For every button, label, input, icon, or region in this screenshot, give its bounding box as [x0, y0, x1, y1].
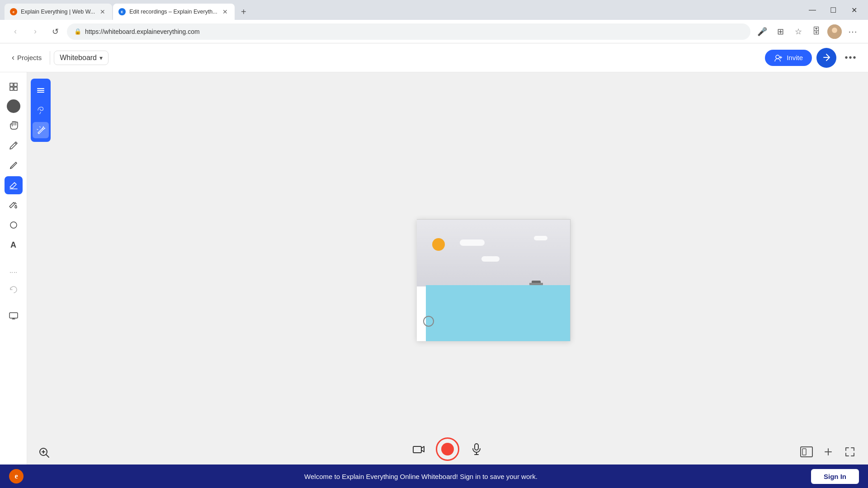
app-area: ‹ Projects Whiteboard ▾ Invite: [0, 43, 868, 488]
cloud-3: [534, 236, 547, 240]
url-text: https://whiteboard.explaineverything.com: [85, 28, 743, 35]
camera-button[interactable]: [409, 439, 429, 459]
forward-button[interactable]: ›: [27, 23, 43, 40]
canvas-area[interactable]: [27, 72, 868, 488]
back-button[interactable]: ‹: [7, 23, 24, 40]
marker-tool-button[interactable]: [5, 156, 23, 174]
back-arrow-icon: ‹: [12, 53, 14, 62]
tab-2[interactable]: E Edit recordings – Explain Everyth... ✕: [113, 4, 235, 20]
shape-tool-button[interactable]: [5, 216, 23, 234]
svg-rect-15: [9, 313, 18, 318]
main-content: A: [0, 72, 868, 488]
more-options-button[interactable]: •••: [841, 48, 861, 68]
pen-tool-icon: [9, 141, 19, 150]
record-button[interactable]: [436, 437, 459, 461]
magic-select-icon: [36, 126, 45, 135]
slide-panel-button[interactable]: [797, 443, 816, 461]
svg-text:E: E: [121, 10, 124, 14]
close-button[interactable]: ✕: [844, 3, 864, 17]
sign-in-button[interactable]: Sign In: [811, 469, 859, 484]
invite-button[interactable]: Invite: [765, 50, 812, 66]
avatar[interactable]: [827, 24, 842, 39]
tab1-label: Explain Everything | Web W...: [21, 9, 95, 15]
bottom-right-tools: [797, 443, 859, 461]
color-picker[interactable]: [7, 99, 20, 113]
svg-rect-21: [413, 446, 421, 453]
browser-chrome: e Explain Everything | Web W... ✕ E Edit…: [0, 0, 868, 43]
fullscreen-button[interactable]: [841, 443, 859, 461]
selection-handle[interactable]: [423, 316, 434, 327]
dropdown-arrow-icon: ▾: [99, 54, 103, 61]
whiteboard-slide: [417, 219, 571, 341]
browser-more-button[interactable]: ⋯: [844, 23, 861, 40]
left-toolbar: A: [0, 72, 27, 488]
frame-tool-button[interactable]: [5, 78, 23, 96]
laser-tool-button[interactable]: [5, 261, 23, 279]
slide-right-border: [570, 219, 571, 341]
microphone-button[interactable]: [467, 439, 486, 459]
frame-tool-icon: [9, 82, 19, 92]
maximize-button[interactable]: ☐: [823, 3, 844, 17]
new-tab-button[interactable]: +: [237, 5, 250, 18]
svg-rect-8: [10, 83, 13, 86]
sun-element: [432, 238, 445, 251]
add-slide-button[interactable]: [819, 443, 837, 461]
fill-tool-button[interactable]: [5, 196, 23, 214]
text-tool-button[interactable]: A: [5, 236, 23, 254]
minimize-button[interactable]: —: [802, 3, 823, 17]
record-inner-circle: [441, 443, 454, 455]
ee-logo: e: [9, 469, 24, 483]
fill-tool-icon: [9, 200, 19, 210]
svg-rect-22: [475, 444, 478, 450]
magic-select-button[interactable]: [33, 122, 49, 138]
menu-icon-button[interactable]: [33, 82, 49, 99]
header-separator: [50, 51, 50, 65]
undo-button[interactable]: [5, 281, 23, 299]
invite-label: Invite: [787, 54, 803, 61]
shape-tool-icon: [9, 220, 19, 230]
hand-tool-icon: [9, 121, 19, 131]
zoom-controls: [36, 445, 52, 461]
profile-icon[interactable]: [826, 23, 843, 40]
tab-bar: e Explain Everything | Web W... ✕ E Edit…: [0, 0, 868, 20]
zoom-in-icon: [38, 447, 50, 459]
marker-tool-icon: [9, 160, 19, 170]
zoom-in-button[interactable]: [36, 445, 52, 461]
add-slide-icon: [823, 447, 833, 457]
lock-icon: 🔒: [74, 28, 81, 35]
favorites-icon[interactable]: ☆: [790, 23, 807, 40]
pen-tool-button[interactable]: [5, 136, 23, 155]
fullscreen-icon: [844, 446, 855, 457]
tab1-close[interactable]: ✕: [99, 8, 107, 16]
svg-rect-10: [10, 87, 13, 90]
back-to-projects-button[interactable]: ‹ Projects: [7, 50, 46, 65]
collections-icon[interactable]: 🗄: [808, 23, 825, 40]
address-actions: 🎤 ⊞ ☆ 🗄 ⋯: [754, 23, 861, 40]
cloud-2: [481, 256, 500, 262]
header-right: Invite •••: [765, 48, 861, 68]
tab2-close[interactable]: ✕: [221, 8, 229, 16]
refresh-button[interactable]: ↺: [47, 23, 63, 40]
eraser-tool-button[interactable]: [5, 176, 23, 194]
whiteboard-label: Whiteboard: [60, 54, 97, 62]
laser-tool-icon: [9, 265, 19, 275]
camera-icon: [413, 444, 425, 454]
hand-tool-button[interactable]: [5, 117, 23, 135]
svg-line-28: [46, 455, 49, 457]
share-button[interactable]: [816, 48, 836, 68]
address-bar: ‹ › ↺ 🔒 https://whiteboard.explaineveryt…: [0, 20, 868, 43]
tab-1[interactable]: e Explain Everything | Web W... ✕: [5, 4, 112, 20]
app-header: ‹ Projects Whiteboard ▾ Invite: [0, 43, 868, 72]
screen-tool-button[interactable]: [5, 306, 23, 324]
bottom-banner: e Welcome to Explain Everything Online W…: [0, 465, 868, 488]
lasso-tool-button[interactable]: [33, 102, 49, 118]
microphone-icon[interactable]: 🎤: [754, 23, 770, 40]
water-area: [426, 285, 571, 341]
url-bar[interactable]: 🔒 https://whiteboard.explaineverything.c…: [67, 23, 750, 40]
svg-rect-11: [14, 87, 17, 90]
tab2-favicon: E: [118, 8, 126, 15]
extensions-icon[interactable]: ⊞: [772, 23, 788, 40]
whiteboard-dropdown[interactable]: Whiteboard ▾: [54, 51, 108, 65]
svg-rect-30: [802, 449, 806, 455]
slide-top-border: [417, 219, 571, 220]
